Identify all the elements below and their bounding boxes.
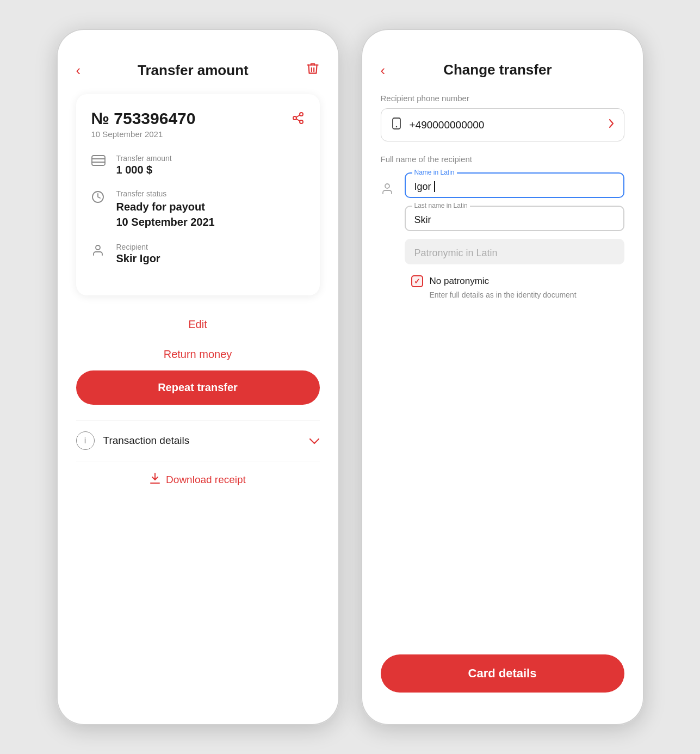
name-fields: Name in Latin Igor Last name in Latin Sk… xyxy=(405,172,624,264)
recipient-label: Recipient xyxy=(116,243,160,251)
repeat-transfer-button[interactable]: Repeat transfer xyxy=(76,370,320,405)
transaction-details-row[interactable]: i Transaction details xyxy=(76,420,320,461)
info-icon: i xyxy=(76,431,95,450)
no-patronymic-row: ✓ No patronymic xyxy=(411,275,624,287)
last-name-label: Last name in Latin xyxy=(412,202,470,209)
receipt-number: № 753396470 xyxy=(91,109,196,127)
edit-button[interactable]: Edit xyxy=(76,311,320,338)
status-label: Transfer status xyxy=(116,189,215,198)
status-value: Ready for payout 10 September 2021 xyxy=(116,199,215,230)
no-patronymic-section: ✓ No patronymic Enter full details as in… xyxy=(411,273,624,310)
download-label: Download receipt xyxy=(166,474,246,486)
last-name-input[interactable]: Skir xyxy=(414,212,615,226)
no-patronymic-checkbox[interactable]: ✓ xyxy=(411,275,423,287)
receipt-card: № 753396470 10 September 2021 xyxy=(76,94,320,295)
amount-label: Transfer amount xyxy=(116,154,172,163)
svg-point-13 xyxy=(385,184,389,188)
back-button-screen1[interactable]: ‹ xyxy=(76,63,81,77)
first-name-field[interactable]: Name in Latin Igor xyxy=(405,172,624,198)
screen2-phone: ‹ Change transfer Recipient phone number… xyxy=(361,29,644,725)
screen1-title: Transfer amount xyxy=(80,62,305,79)
recipient-section-label: Full name of the recipient xyxy=(381,154,624,164)
status-row: Transfer status Ready for payout 10 Sept… xyxy=(91,189,305,230)
phone-field[interactable]: +490000000000 xyxy=(381,108,624,141)
amount-value: 1 000 $ xyxy=(116,164,172,176)
first-name-input[interactable]: Igor xyxy=(414,179,615,193)
chevron-down-icon xyxy=(309,435,320,447)
spacer xyxy=(381,310,624,654)
svg-rect-5 xyxy=(92,156,105,165)
recipient-row: Recipient Skir Igor xyxy=(91,243,305,265)
share-button[interactable] xyxy=(292,112,305,128)
screen2-title: Change transfer xyxy=(385,61,610,78)
transaction-label: Transaction details xyxy=(103,435,300,447)
download-receipt-button[interactable]: Download receipt xyxy=(76,461,320,498)
no-patronymic-label: No patronymic xyxy=(430,276,490,287)
amount-row: Transfer amount 1 000 $ xyxy=(91,154,305,176)
receipt-date: 10 September 2021 xyxy=(91,129,196,139)
card-details-button[interactable]: Card details xyxy=(381,654,624,693)
phone-section-label: Recipient phone number xyxy=(381,94,624,103)
screen1-header: ‹ Transfer amount xyxy=(76,61,320,79)
person-icon xyxy=(91,244,107,260)
name-form-row: Name in Latin Igor Last name in Latin Sk… xyxy=(381,172,624,264)
phone-icon xyxy=(391,118,402,132)
phone-value: +490000000000 xyxy=(410,119,601,131)
return-money-button[interactable]: Return money xyxy=(76,341,320,368)
person-icon-form xyxy=(381,182,396,199)
check-icon: ✓ xyxy=(414,277,420,286)
svg-point-9 xyxy=(96,245,100,250)
delete-button[interactable] xyxy=(306,61,320,79)
screen2-header: ‹ Change transfer xyxy=(381,61,624,78)
screen1-phone: ‹ Transfer amount № 753396470 10 Septemb… xyxy=(57,29,339,725)
clock-icon xyxy=(91,190,107,207)
last-name-field[interactable]: Last name in Latin Skir xyxy=(405,206,624,231)
back-button-screen2[interactable]: ‹ xyxy=(381,63,386,77)
svg-line-3 xyxy=(296,119,300,121)
patronymic-field[interactable]: Patronymic in Latin xyxy=(405,239,624,264)
download-icon xyxy=(150,472,160,487)
first-name-label: Name in Latin xyxy=(412,169,457,176)
svg-line-4 xyxy=(296,115,300,118)
recipient-value: Skir Igor xyxy=(116,252,160,265)
checkbox-hint: Enter full details as in the identity do… xyxy=(430,291,624,299)
receipt-header: № 753396470 10 September 2021 xyxy=(91,109,305,139)
phone-arrow-icon xyxy=(609,119,614,131)
patronymic-input[interactable]: Patronymic in Latin xyxy=(414,245,615,259)
money-icon xyxy=(91,155,107,169)
